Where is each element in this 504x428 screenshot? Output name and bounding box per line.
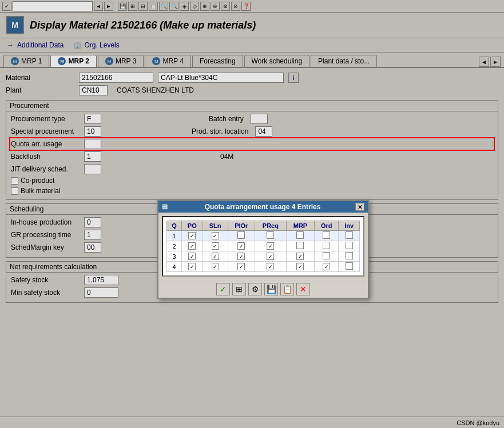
col-plor[interactable]: PlOr [228,221,255,231]
row2-mrp[interactable] [286,241,314,251]
dialog-cancel-button[interactable]: ✕ [296,283,310,295]
quota-dialog: ⊞ Quota arrangement usage 4 Entries ✕ Q … [157,200,369,299]
row4-sln[interactable] [203,262,228,272]
row3-preq[interactable] [255,251,287,262]
dialog-settings-button[interactable]: ⚙ [248,283,262,295]
col-ord[interactable]: Ord [315,221,339,231]
row4-preq[interactable] [255,262,287,272]
row3-q: 3 [167,251,182,262]
row4-ord[interactable] [315,262,339,272]
dialog-filter-button[interactable]: ⊞ [232,283,246,295]
row3-inv[interactable] [339,251,360,262]
row4-mrp[interactable] [286,262,314,272]
row1-q: 1 [167,231,182,241]
row1-preq[interactable] [255,231,287,241]
dialog-icon: ⊞ [162,203,168,211]
dialog-title: Quota arrangement usage 4 Entries [205,203,321,211]
table-row: 1 [167,231,360,241]
row2-sln[interactable] [203,241,228,251]
row2-q: 2 [167,241,182,251]
row3-po[interactable] [181,251,203,262]
col-sln[interactable]: SLn [203,221,228,231]
col-mrp[interactable]: MRP [286,221,314,231]
dialog-copy-button[interactable]: 📋 [280,283,294,295]
row4-plor[interactable] [228,262,255,272]
row4-q: 4 [167,262,182,272]
row1-inv[interactable] [339,231,360,241]
row2-inv[interactable] [339,241,360,251]
col-q[interactable]: Q [167,221,182,231]
quota-table: Q PO SLn PlOr PReq MRP Ord Inv 1 [166,221,360,272]
row1-plor[interactable] [228,231,255,241]
dialog-footer: ✓ ⊞ ⚙ 💾 📋 ✕ [158,280,368,298]
row4-po[interactable] [181,262,203,272]
dialog-close-button[interactable]: ✕ [355,203,364,211]
dialog-table-container: Q PO SLn PlOr PReq MRP Ord Inv 1 [162,216,364,277]
row1-mrp[interactable] [286,231,314,241]
row2-ord[interactable] [315,241,339,251]
row2-preq[interactable] [255,241,287,251]
row1-po[interactable] [181,231,203,241]
table-row: 4 [167,262,360,272]
col-inv[interactable]: Inv [339,221,360,231]
col-po[interactable]: PO [181,221,203,231]
dialog-confirm-button[interactable]: ✓ [216,283,230,295]
table-row: 2 [167,241,360,251]
row2-plor[interactable] [228,241,255,251]
row1-ord[interactable] [315,231,339,241]
row4-inv[interactable] [339,262,360,272]
row3-mrp[interactable] [286,251,314,262]
col-preq[interactable]: PReq [255,221,287,231]
row3-plor[interactable] [228,251,255,262]
dialog-save-button[interactable]: 💾 [264,283,278,295]
dialog-title-bar: ⊞ Quota arrangement usage 4 Entries ✕ [158,201,368,213]
row3-ord[interactable] [315,251,339,262]
table-row: 3 [167,251,360,262]
row2-po[interactable] [181,241,203,251]
row1-sln[interactable] [203,231,228,241]
row3-sln[interactable] [203,251,228,262]
